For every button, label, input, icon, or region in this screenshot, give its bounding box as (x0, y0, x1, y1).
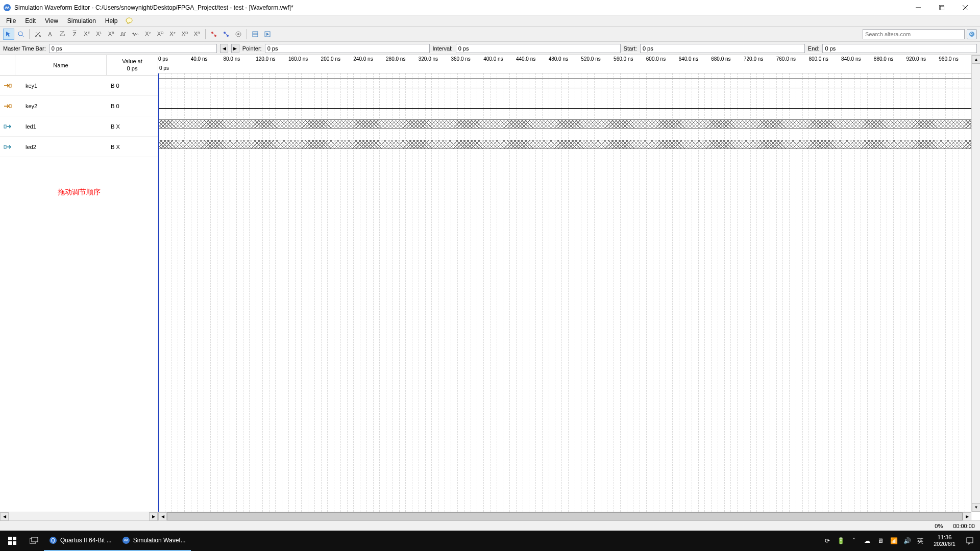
hscroll-thumb[interactable] (167, 512, 963, 520)
ruler-tick: 440.0 ns (516, 56, 535, 62)
pointer-input[interactable] (265, 44, 430, 53)
taskbar-app-quartus[interactable]: Q Quartus II 64-Bit ... (44, 531, 117, 551)
time-ruler[interactable]: 0 ps 0 ps40.0 ns80.0 ns120.0 ns160.0 ns2… (158, 55, 980, 73)
column-name-header[interactable]: Name (15, 55, 107, 75)
tool-force1-icon[interactable]: 乙 (57, 29, 68, 40)
interval-input[interactable] (456, 44, 621, 53)
tool-snap-blue-icon[interactable] (220, 29, 232, 40)
tool-force0-icon[interactable]: A (44, 29, 56, 40)
close-button[interactable] (953, 0, 977, 15)
menu-file[interactable]: File (2, 16, 20, 26)
tool-cut-icon[interactable] (32, 29, 43, 40)
tool-pointer-icon[interactable] (3, 29, 14, 40)
signal-value: B X (107, 144, 158, 150)
menu-help[interactable]: Help (101, 16, 122, 26)
svg-point-40 (122, 537, 130, 544)
app-icon (3, 4, 11, 12)
start-button[interactable] (0, 531, 24, 551)
waveform-track[interactable] (158, 114, 980, 135)
scroll-right-button[interactable]: ▶ (963, 512, 971, 520)
ruler-tick: 920.0 ns (906, 56, 926, 62)
svg-rect-33 (13, 537, 16, 540)
tray-cloud-icon[interactable]: ☁ (863, 537, 871, 545)
waveform-hscroll[interactable]: ◀ ▶ (158, 512, 971, 520)
svg-rect-35 (13, 541, 16, 545)
svg-point-20 (237, 33, 239, 35)
notification-button[interactable] (960, 531, 980, 551)
waveform-track[interactable] (158, 73, 980, 94)
signal-row[interactable]: led2B X (0, 137, 158, 157)
taskbar-app-waveform[interactable]: Simulation Wavef... (117, 531, 191, 551)
tool-clock-icon[interactable] (118, 29, 129, 40)
scroll-right-button[interactable]: ▶ (149, 512, 158, 521)
start-label: Start: (624, 45, 637, 52)
toolbar: A 乙 Z Xᴱ Xᴸ Xᴮ Xᶜ Xᴼ Xᶻ Xᴰ Xᴿ (0, 27, 980, 42)
signal-row[interactable]: led1B X (0, 116, 158, 137)
statusbar: 0% 00:00:00 (0, 520, 980, 531)
tray-battery-icon[interactable]: 🔋 (837, 537, 845, 545)
column-value-header[interactable]: Value at 0 ps (107, 55, 158, 75)
timebar-prev-button[interactable]: ◀ (220, 44, 228, 53)
tray-sync-icon[interactable]: ⟳ (823, 537, 831, 545)
scroll-down-button[interactable]: ▼ (972, 503, 980, 512)
timebar-next-button[interactable]: ▶ (231, 44, 239, 53)
taskview-button[interactable] (24, 531, 44, 551)
signal-name: key2 (15, 103, 107, 109)
waveform-body[interactable] (158, 73, 980, 512)
cursor-time-label: 0 ps (159, 65, 169, 71)
tool-xr-icon[interactable]: Xᴿ (191, 29, 203, 40)
menu-simulation[interactable]: Simulation (63, 16, 100, 26)
wave-low-line (158, 108, 980, 109)
svg-rect-37 (32, 537, 38, 542)
waveform-area[interactable]: 0 ps 0 ps40.0 ns80.0 ns120.0 ns160.0 ns2… (158, 55, 980, 520)
tray-up-icon[interactable]: ˄ (850, 537, 858, 545)
end-input[interactable] (822, 44, 977, 53)
waveform-vscroll[interactable]: ▲ ▼ (971, 55, 980, 512)
tool-run-icon[interactable] (262, 29, 273, 40)
help-balloon-icon[interactable] (125, 17, 133, 25)
minimize-button[interactable] (906, 0, 930, 15)
tray-monitor-icon[interactable]: 🖥 (876, 537, 885, 545)
tool-forceinv-icon[interactable]: Z (69, 29, 80, 40)
menu-edit[interactable]: Edit (21, 16, 40, 26)
tray-ime-icon[interactable]: 英 (916, 537, 924, 545)
scroll-up-button[interactable]: ▲ (972, 55, 980, 64)
tool-xb-icon[interactable]: Xᴮ (106, 29, 117, 40)
waveform-track[interactable] (158, 135, 980, 155)
tool-settings-icon[interactable] (233, 29, 244, 40)
tool-xz-icon[interactable]: Xᶻ (167, 29, 178, 40)
tool-xo-icon[interactable]: Xᴼ (155, 29, 166, 40)
tool-xe-icon[interactable]: Xᴱ (81, 29, 92, 40)
tool-xc-icon[interactable]: Xᶜ (142, 29, 154, 40)
ruler-tick: 680.0 ns (711, 56, 730, 62)
signal-value: B 0 (107, 103, 158, 109)
master-timebar-label: Master Time Bar: (3, 45, 46, 52)
tool-random-icon[interactable] (130, 29, 141, 40)
signal-row[interactable]: key2B 0 (0, 96, 158, 116)
search-input[interactable] (863, 29, 965, 39)
ruler-tick: 240.0 ns (353, 56, 373, 62)
time-cursor[interactable] (158, 73, 159, 512)
svg-rect-29 (9, 105, 11, 108)
toolbar-separator (205, 29, 206, 39)
ruler-tick: 360.0 ns (451, 56, 470, 62)
taskbar-clock[interactable]: 11:36 2020/6/1 (929, 534, 960, 547)
search-go-button[interactable] (967, 29, 977, 39)
waveform-track[interactable] (158, 94, 980, 114)
tool-zoom-icon[interactable] (15, 29, 27, 40)
signal-panel-hscroll[interactable]: ◀ ▶ (0, 512, 158, 520)
menu-view[interactable]: View (41, 16, 62, 26)
tray-volume-icon[interactable]: 🔊 (903, 537, 911, 545)
start-input[interactable] (640, 44, 805, 53)
tool-xl-icon[interactable]: Xᴸ (93, 29, 105, 40)
tool-snap-red-icon[interactable] (208, 29, 219, 40)
scroll-left-button[interactable]: ◀ (0, 512, 9, 521)
tool-xd-icon[interactable]: Xᴰ (179, 29, 190, 40)
master-timebar-input[interactable] (49, 44, 217, 53)
maximize-button[interactable] (930, 0, 953, 15)
scroll-left-button[interactable]: ◀ (158, 512, 167, 520)
svg-line-8 (22, 35, 23, 37)
tray-wifi-icon[interactable]: 📶 (890, 537, 898, 545)
tool-list-icon[interactable] (250, 29, 261, 40)
signal-row[interactable]: key1B 0 (0, 76, 158, 96)
